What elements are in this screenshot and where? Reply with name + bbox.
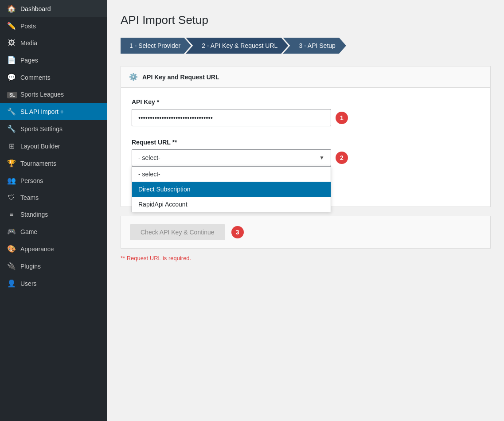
sidebar-item-sl-api-import[interactable]: 🔧 SL API Import +: [0, 103, 107, 120]
api-key-label: API Key *: [132, 98, 480, 105]
check-api-key-button[interactable]: Check API Key & Continue: [130, 224, 225, 240]
dropdown-option-direct[interactable]: Direct Subscription: [132, 182, 331, 197]
sidebar-item-persons[interactable]: 👥 Persons: [0, 172, 107, 189]
gear-icon: ⚙️: [129, 73, 138, 81]
sidebar-item-game[interactable]: 🎮 Game: [0, 223, 107, 240]
step-badge-3: 3: [231, 226, 244, 238]
sidebar-label-layout-builder: Layout Builder: [20, 143, 100, 150]
card-header: ⚙️ API Key and Request URL: [121, 66, 490, 88]
sidebar-item-dashboard[interactable]: 🏠 Dashboard: [0, 0, 107, 17]
sidebar-label-sports-settings: Sports Settings: [20, 125, 100, 133]
sidebar-label-pages: Pages: [20, 57, 100, 64]
sidebar-label-game: Game: [20, 228, 100, 235]
error-message: ** Request URL is required.: [121, 253, 491, 263]
card-header-label: API Key and Request URL: [142, 74, 219, 81]
sidebar-item-standings[interactable]: ≡ Standings: [0, 206, 107, 223]
sidebar-label-posts: Posts: [20, 23, 100, 30]
chevron-down-icon: ▼: [319, 155, 324, 161]
sports-settings-icon: 🔧: [7, 125, 16, 133]
step-3-label: 3 - API Setup: [299, 42, 336, 49]
sidebar-label-teams: Teams: [20, 194, 100, 201]
sidebar-label-sl-api-import: SL API Import +: [20, 108, 100, 115]
sidebar-item-posts[interactable]: ✏️ Posts: [0, 17, 107, 35]
sidebar-item-pages[interactable]: 📄 Pages: [0, 51, 107, 69]
sidebar-label-tournaments: Tournaments: [20, 160, 100, 167]
check-btn-wrapper: Check API Key & Continue 3: [121, 216, 491, 249]
sidebar-label-users: Users: [20, 280, 100, 287]
sidebar-label-sports-leagues: Sports Leagues: [20, 91, 100, 98]
sidebar-item-users[interactable]: 👤 Users: [0, 275, 107, 292]
select-container: - select- ▼ - select- Direct Subscriptio…: [132, 149, 331, 166]
teams-icon: 🛡: [7, 194, 16, 202]
step-1-label: 1 - Select Provider: [129, 42, 180, 49]
sidebar-item-comments[interactable]: 💬 Comments: [0, 69, 107, 86]
tournaments-icon: 🏆: [7, 159, 16, 168]
step-1[interactable]: 1 - Select Provider: [121, 38, 191, 54]
step-badge-2: 2: [336, 152, 348, 164]
request-url-group: Request URL ** - select- ▼ - select- Dir…: [132, 139, 480, 180]
request-url-label: Request URL **: [132, 139, 480, 146]
persons-icon: 👥: [7, 176, 16, 185]
step-badge-1: 1: [336, 112, 348, 124]
step-2-label: 2 - API Key & Request URL: [202, 42, 277, 49]
sidebar-label-standings: Standings: [20, 211, 100, 218]
api-key-input-wrapper: 1: [132, 109, 331, 126]
sidebar-label-plugins: Plugins: [20, 263, 100, 270]
sidebar-item-sports-settings[interactable]: 🔧 Sports Settings: [0, 120, 107, 137]
api-key-input[interactable]: [132, 109, 331, 126]
pages-icon: 📄: [7, 56, 16, 64]
dropdown-option-default[interactable]: - select-: [132, 167, 331, 182]
sidebar-label-comments: Comments: [20, 74, 100, 81]
sidebar-item-media[interactable]: 🖼 Media: [0, 35, 107, 51]
sidebar-label-persons: Persons: [20, 177, 100, 184]
dropdown-menu: - select- Direct Subscription RapidApi A…: [132, 166, 331, 212]
select-value: - select-: [138, 154, 160, 161]
api-key-card: ⚙️ API Key and Request URL API Key * 1 R…: [121, 66, 491, 207]
sidebar-label-appearance: Appearance: [20, 246, 100, 253]
dropdown-option-rapidapi[interactable]: RapidApi Account: [132, 197, 331, 212]
api-key-group: API Key * 1: [132, 98, 480, 126]
sidebar-item-tournaments[interactable]: 🏆 Tournaments: [0, 155, 107, 172]
sidebar-item-teams[interactable]: 🛡 Teams: [0, 189, 107, 206]
card-body: API Key * 1 Request URL ** - select- ▼: [121, 88, 490, 207]
sl-badge-icon: SL: [7, 90, 16, 98]
comments-icon: 💬: [7, 73, 16, 82]
stepper: 1 - Select Provider 2 - API Key & Reques…: [121, 38, 491, 54]
request-url-select-wrapper: - select- ▼ - select- Direct Subscriptio…: [132, 149, 331, 166]
sidebar-item-plugins[interactable]: 🔌 Plugins: [0, 257, 107, 275]
plugins-icon: 🔌: [7, 262, 16, 270]
dashboard-icon: 🏠: [7, 4, 16, 13]
sidebar-item-appearance[interactable]: 🎨 Appearance: [0, 240, 107, 257]
layout-builder-icon: ⊞: [7, 142, 16, 150]
standings-icon: ≡: [7, 210, 16, 218]
media-icon: 🖼: [7, 39, 16, 47]
game-icon: 🎮: [7, 227, 16, 236]
request-url-select[interactable]: - select- ▼: [132, 149, 331, 166]
step-3[interactable]: 3 - API Setup: [283, 38, 346, 54]
posts-icon: ✏️: [7, 22, 16, 30]
sidebar: 🏠 Dashboard ✏️ Posts 🖼 Media 📄 Pages 💬 C…: [0, 0, 107, 421]
api-import-icon: 🔧: [7, 107, 16, 116]
page-title: API Import Setup: [121, 13, 491, 27]
appearance-icon: 🎨: [7, 245, 16, 253]
sidebar-item-layout-builder[interactable]: ⊞ Layout Builder: [0, 137, 107, 155]
step-2[interactable]: 2 - API Key & Request URL: [186, 38, 288, 54]
sidebar-label-dashboard: Dashboard: [20, 5, 100, 12]
users-icon: 👤: [7, 279, 16, 288]
sidebar-item-sports-leagues[interactable]: SL Sports Leagues: [0, 86, 107, 103]
main-content: API Import Setup 1 - Select Provider 2 -…: [107, 0, 504, 421]
sidebar-label-media: Media: [20, 39, 100, 47]
